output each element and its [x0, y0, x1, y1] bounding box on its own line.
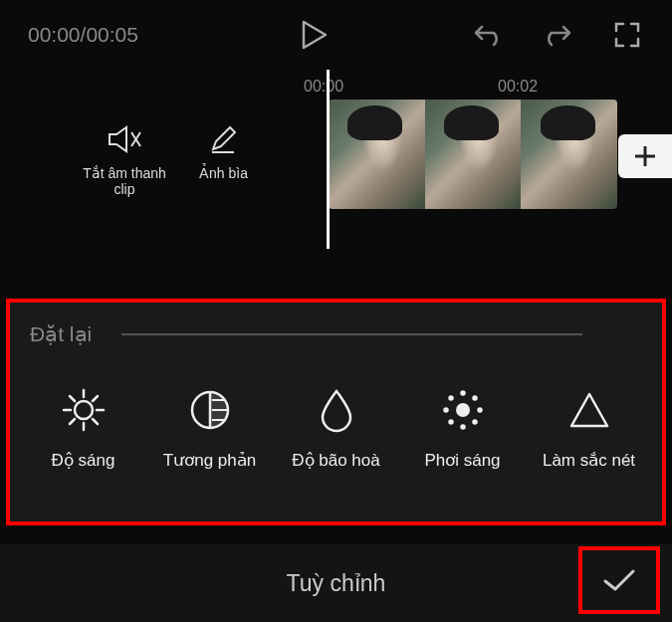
checkmark-icon [599, 565, 639, 595]
speaker-mute-icon [107, 121, 142, 157]
bottom-bar: Tuỳ chỉnh [0, 544, 672, 622]
confirm-button[interactable] [578, 546, 660, 614]
fullscreen-button[interactable] [610, 18, 644, 52]
saturation-icon [313, 386, 360, 434]
playhead[interactable] [327, 70, 330, 249]
timeline-ruler: 00:00 00:02 [0, 70, 672, 90]
adjust-brightness[interactable]: Độ sáng [34, 386, 133, 471]
svg-point-26 [473, 397, 476, 400]
svg-point-22 [444, 409, 447, 412]
play-button[interactable] [298, 18, 332, 52]
contrast-icon [186, 386, 234, 434]
adjust-label: Độ bão hoà [292, 450, 379, 471]
adjust-label: Làm sắc nét [543, 450, 635, 471]
svg-point-27 [449, 421, 452, 424]
clip-strip[interactable] [329, 100, 617, 209]
adjust-saturation[interactable]: Độ bão hoà [287, 386, 386, 471]
time-label: 00:02 [498, 78, 538, 96]
panel-title: Tuỳ chỉnh [287, 570, 386, 597]
svg-line-11 [93, 419, 98, 424]
timecode: 00:00/00:05 [28, 23, 138, 47]
brightness-icon [60, 386, 108, 434]
svg-point-23 [478, 409, 481, 412]
svg-point-20 [461, 392, 464, 395]
exposure-icon [439, 386, 487, 434]
add-clip-button[interactable] [618, 134, 672, 178]
svg-point-19 [456, 403, 470, 417]
undo-button[interactable] [471, 18, 505, 52]
adjust-label: Phơi sáng [424, 450, 500, 471]
edit-icon [205, 121, 241, 157]
svg-line-12 [93, 396, 98, 401]
clip-thumbnail [521, 100, 617, 209]
adjust-exposure[interactable]: Phơi sáng [413, 386, 513, 471]
reset-button[interactable]: Đặt lại [30, 322, 92, 346]
adjust-contrast[interactable]: Tương phản [160, 386, 260, 471]
redo-button[interactable] [541, 18, 574, 52]
clip-thumbnail [425, 100, 522, 209]
svg-point-25 [473, 421, 476, 424]
time-label: 00:00 [304, 78, 343, 96]
cover-image-button[interactable]: Ảnh bìa [199, 121, 248, 197]
adjust-label: Độ sáng [52, 450, 115, 471]
adjust-label: Tương phản [163, 450, 256, 471]
adjust-sharpen[interactable]: Làm sắc nét [540, 386, 639, 471]
svg-point-21 [461, 426, 464, 429]
top-toolbar: 00:00/00:05 [0, 0, 672, 70]
svg-line-10 [70, 396, 75, 401]
svg-point-5 [75, 401, 93, 419]
svg-line-13 [70, 419, 75, 424]
sharpen-icon [565, 386, 613, 434]
mute-label: Tắt âm thanh clip [80, 165, 169, 197]
adjust-slider[interactable] [121, 333, 582, 335]
cover-label: Ảnh bìa [199, 165, 248, 181]
mute-clip-button[interactable]: Tắt âm thanh clip [80, 121, 169, 197]
clip-row: Tắt âm thanh clip Ảnh bìa [0, 100, 672, 219]
adjust-panel: Đặt lại Độ sáng Tương phản Độ bão hoà [6, 299, 666, 525]
svg-point-24 [449, 397, 452, 400]
clip-thumbnail [329, 100, 425, 209]
